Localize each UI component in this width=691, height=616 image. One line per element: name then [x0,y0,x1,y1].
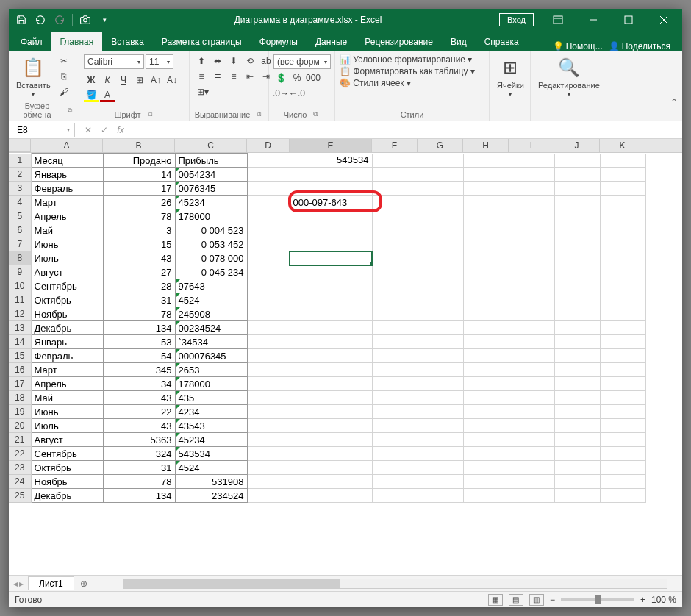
cell[interactable] [290,391,372,405]
cell[interactable] [600,433,645,447]
cell[interactable]: 435 [175,391,247,405]
col-header-H[interactable]: H [463,139,509,152]
row-header[interactable]: 21 [9,433,31,447]
cell[interactable] [554,209,600,223]
cell[interactable]: Май [31,391,103,405]
cell[interactable] [247,168,290,182]
cell[interactable] [290,209,372,223]
row-header[interactable]: 12 [9,307,31,321]
cell[interactable] [463,265,509,279]
cell[interactable] [463,433,509,447]
cell[interactable] [418,419,463,433]
cell[interactable] [418,447,463,461]
cell[interactable] [554,433,600,447]
cell[interactable]: 000-097-643 [290,196,372,209]
cell[interactable] [600,251,645,265]
cell[interactable] [290,237,372,251]
tab-insert[interactable]: Вставка [102,32,153,51]
cell[interactable] [509,293,554,307]
cell[interactable]: 543534 [290,154,372,168]
cell[interactable] [463,182,509,196]
cell[interactable] [290,349,372,363]
cell[interactable] [372,335,418,349]
cell[interactable] [418,182,463,196]
tab-file[interactable]: Файл [12,32,51,51]
cell[interactable] [418,293,463,307]
fill-color-button[interactable]: 🪣 [84,89,99,102]
cell[interactable] [509,209,554,223]
cell[interactable] [600,489,645,503]
cell[interactable] [290,321,372,335]
cell[interactable] [554,321,600,335]
cell[interactable] [600,391,645,405]
cell[interactable] [290,279,372,293]
tab-formulas[interactable]: Формулы [251,32,307,51]
cell[interactable]: Март [31,363,103,377]
cell[interactable]: 27 [103,265,175,279]
cell[interactable] [600,405,645,419]
cell[interactable] [554,335,600,349]
cell[interactable]: 4234 [175,405,247,419]
row-header[interactable]: 7 [9,237,31,251]
name-box[interactable]: E8▾ [12,123,75,137]
cell[interactable]: Октябрь [31,293,103,307]
border-button[interactable]: ⊞ [132,74,147,87]
cell[interactable]: `34534 [175,335,247,349]
cell[interactable] [463,489,509,503]
cell[interactable] [247,433,290,447]
cell[interactable] [463,223,509,237]
cancel-formula-icon[interactable]: ✕ [81,123,96,137]
bold-button[interactable]: Ж [84,74,99,87]
cell[interactable] [290,363,372,377]
cell[interactable] [372,293,418,307]
tab-view[interactable]: Вид [442,32,476,51]
cell[interactable]: Продано [103,154,175,168]
cell[interactable] [290,307,372,321]
cell[interactable] [372,154,418,168]
cell[interactable]: Май [31,223,103,237]
cell[interactable]: 0054234 [175,168,247,182]
cell[interactable] [554,168,600,182]
cell[interactable]: 0 004 523 [175,223,247,237]
cell[interactable] [372,447,418,461]
cell[interactable] [463,363,509,377]
cell[interactable] [418,168,463,182]
tab-data[interactable]: Данные [307,32,356,51]
align-center-icon[interactable]: ≣ [210,70,225,83]
cell[interactable]: Июль [31,251,103,265]
cell[interactable] [509,363,554,377]
cell[interactable] [247,154,290,168]
row-header[interactable]: 24 [9,475,31,489]
cell[interactable] [600,377,645,391]
cell[interactable] [509,168,554,182]
zoom-level[interactable]: 100 % [651,595,676,605]
cell[interactable] [418,307,463,321]
cell[interactable] [290,182,372,196]
cell[interactable] [418,251,463,265]
cell[interactable]: 45234 [175,433,247,447]
cell[interactable] [554,237,600,251]
cell[interactable] [247,196,290,209]
cell[interactable] [463,196,509,209]
editing-button[interactable]: 🔍 Редактирование ▾ [535,54,603,99]
cell[interactable] [463,405,509,419]
cell[interactable] [418,223,463,237]
cell[interactable] [418,475,463,489]
cell[interactable] [600,182,645,196]
cell[interactable] [247,447,290,461]
cell[interactable] [372,363,418,377]
orientation-icon[interactable]: ⟲ [243,54,257,68]
conditional-format-button[interactable]: 📊 Условное форматирование ▾ [340,54,472,65]
align-left-icon[interactable]: ≡ [194,70,209,83]
cell[interactable] [463,293,509,307]
cell[interactable] [372,168,418,182]
cell[interactable]: 26 [103,196,175,209]
cell[interactable] [509,433,554,447]
cell[interactable] [290,461,372,475]
col-header-K[interactable]: K [600,139,645,152]
currency-icon[interactable]: 💲 [273,71,288,85]
row-header[interactable]: 19 [9,405,31,419]
cell[interactable] [290,335,372,349]
cell[interactable]: Сентябрь [31,279,103,293]
cell[interactable]: 53 [103,335,175,349]
